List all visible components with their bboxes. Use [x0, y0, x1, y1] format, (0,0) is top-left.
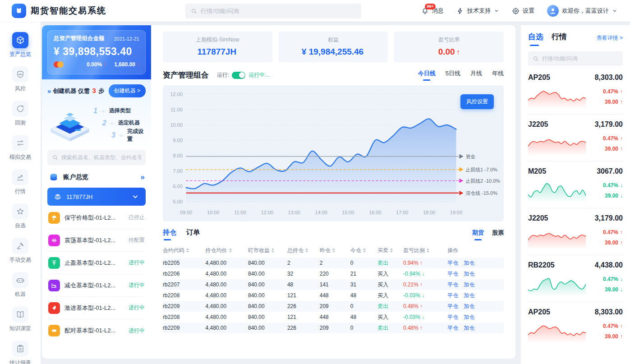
- add-position-link[interactable]: 加仓: [464, 270, 474, 278]
- market-tab[interactable]: 期货: [472, 229, 484, 240]
- robot-list-item[interactable]: 止盈基本型-01-L2... 进行中: [48, 252, 145, 274]
- robot-list-item[interactable]: 保守价格型-01-L2... 已停止: [48, 207, 145, 229]
- stat-value: 0.00↑: [394, 47, 504, 57]
- robot-list-item[interactable]: 震荡基本型-01-L2... 待配置: [48, 229, 145, 252]
- close-position-link[interactable]: 平仓: [447, 313, 458, 321]
- close-position-link[interactable]: 平仓: [447, 259, 458, 267]
- messages-button[interactable]: 99+ 消息: [421, 7, 444, 15]
- step-label: 完成设置: [127, 128, 147, 143]
- column-header[interactable]: 操作: [447, 247, 504, 254]
- robot-list-item[interactable]: 激进基本型-01-L2... 进行中: [48, 297, 145, 319]
- watchlist-item[interactable]: RB2205 4,438.00 0.47%↓ 39.00↓: [528, 255, 623, 302]
- settings-button[interactable]: 设置: [512, 7, 534, 15]
- sidebar-item[interactable]: 行情: [0, 165, 41, 199]
- column-header[interactable]: 盈亏比例: [403, 247, 447, 254]
- account-overview[interactable]: 账户总览 »: [42, 169, 151, 186]
- watchlist-tab[interactable]: 行情: [552, 32, 567, 46]
- risk-settings-button[interactable]: 风控设置: [460, 94, 494, 109]
- svg-text:18:00: 18:00: [423, 210, 435, 215]
- watchlist-search-input[interactable]: [542, 55, 618, 62]
- close-position-link[interactable]: 平仓: [447, 303, 458, 310]
- change-block: 0.47%↓ 39.00↓: [603, 276, 623, 293]
- create-step: 3 ·›· 完成设置: [111, 129, 147, 141]
- robot-list-item[interactable]: 减仓基本型-01-L2... 进行中: [48, 274, 145, 297]
- watchlist-tab[interactable]: 自选: [528, 32, 543, 46]
- robot-status: 进行中: [129, 327, 145, 335]
- column-header[interactable]: 盯市收益: [248, 247, 287, 254]
- robot-search-input[interactable]: [61, 154, 141, 161]
- column-header[interactable]: 总持仓: [287, 247, 320, 254]
- total-position: 121: [287, 292, 320, 299]
- yesterday-position: 209: [320, 303, 350, 309]
- close-position-link[interactable]: 平仓: [447, 324, 458, 332]
- symbol: J2205: [528, 120, 548, 129]
- watchlist-item[interactable]: AP205 8,303.00 0.47%↑ 39.00↑: [528, 302, 623, 349]
- sidebar-item[interactable]: 自选: [0, 199, 41, 234]
- positions-tab[interactable]: 持仓: [163, 228, 176, 240]
- sidebar-item[interactable]: 回测: [0, 97, 41, 131]
- watchlist-item[interactable]: AP205 8,303.00 0.47%↑ 39.00↑: [528, 68, 623, 115]
- run-toggle[interactable]: [232, 72, 245, 79]
- step-label: 选定机器: [118, 119, 140, 127]
- today-position: 0: [350, 325, 377, 331]
- svg-text:9.00: 9.00: [173, 138, 182, 143]
- close-position-link[interactable]: 平仓: [447, 281, 458, 289]
- add-position-link[interactable]: 加仓: [464, 303, 474, 310]
- sidebar-item[interactable]: 机器: [0, 268, 41, 302]
- period-tab[interactable]: 月线: [470, 69, 482, 81]
- add-position-link[interactable]: 加仓: [464, 281, 474, 289]
- trend-arrow-icon: ↑: [620, 135, 623, 142]
- global-search[interactable]: [185, 4, 361, 18]
- column-header[interactable]: 持仓均价: [206, 247, 248, 254]
- column-header[interactable]: 买卖: [377, 247, 403, 254]
- brand[interactable]: 期货智能交易系统: [0, 4, 106, 18]
- pnl-ratio: 0.21%↑: [403, 281, 447, 288]
- sparkline-chart: [528, 319, 586, 343]
- sidebar-icon: [16, 276, 25, 285]
- stat-card: 权益 ¥ 19,984,255.46: [279, 32, 388, 62]
- contract-code: rb2208: [163, 314, 206, 320]
- sidebar-item[interactable]: 模拟交易: [0, 131, 41, 165]
- column-header[interactable]: 今仓: [350, 247, 377, 254]
- user-menu[interactable]: 欢迎你，蓝蓝设计: [547, 5, 617, 17]
- account-select-button[interactable]: 117877JH: [47, 188, 146, 206]
- positions-tab[interactable]: 订单: [186, 228, 200, 240]
- sidebar-item[interactable]: 资产总览: [0, 28, 41, 62]
- robot-type-icon: [48, 212, 60, 224]
- app-root: 期货智能交易系统 99+ 消息 技术支持 设置 欢迎你，蓝蓝设计: [0, 0, 630, 364]
- trend-arrow-icon: ↑: [620, 88, 623, 95]
- sidebar-item[interactable]: 统计报表: [0, 336, 41, 364]
- create-robot-button[interactable]: 创建机器 >: [109, 84, 146, 97]
- sidebar-item[interactable]: 风控: [0, 62, 41, 97]
- close-position-link[interactable]: 平仓: [447, 292, 458, 299]
- add-position-link[interactable]: 加仓: [464, 324, 474, 332]
- sidebar: 资产总览 风控 回测 模拟交易: [0, 22, 41, 364]
- period-tab[interactable]: 今日线: [418, 69, 436, 81]
- robot-type-icon: [48, 302, 60, 314]
- column-header[interactable]: 合约代码: [163, 247, 206, 254]
- sidebar-icon: [16, 344, 25, 353]
- market-tab[interactable]: 股票: [492, 229, 504, 240]
- global-search-input[interactable]: [201, 8, 356, 14]
- sidebar-item[interactable]: 知识课堂: [0, 302, 41, 336]
- watchlist-item[interactable]: J2205 3,179.00 0.47%↑ 39.00↑: [528, 208, 623, 255]
- view-details-link[interactable]: 查看详情 >: [597, 34, 623, 46]
- close-position-link[interactable]: 平仓: [447, 270, 458, 278]
- robot-list-item[interactable]: 配对基本型-01-L2... 进行中: [48, 319, 145, 342]
- column-header[interactable]: 昨仓: [320, 247, 350, 254]
- period-tab[interactable]: 5日线: [446, 69, 460, 81]
- sidebar-item[interactable]: 手动交易: [0, 234, 41, 268]
- watchlist-item[interactable]: M205 3067.00 0.47%↓ 39.00↓: [528, 161, 623, 208]
- total-position: 32: [287, 271, 320, 277]
- position-row: rb2209 4,480.00 840.00 226 209 0 卖出 0.48…: [163, 323, 504, 333]
- support-menu[interactable]: 技术支持: [456, 7, 499, 15]
- watchlist-item[interactable]: J2205 3,179.00 0.47%↑ 39.00↑: [528, 115, 623, 161]
- period-tab[interactable]: 年线: [492, 69, 504, 81]
- add-position-link[interactable]: 加仓: [464, 292, 474, 299]
- robot-status: 进行中: [129, 259, 145, 267]
- add-position-link[interactable]: 加仓: [464, 313, 474, 321]
- add-position-link[interactable]: 加仓: [464, 259, 474, 267]
- robot-search[interactable]: [47, 150, 146, 165]
- watchlist-search[interactable]: [528, 51, 623, 66]
- account-overview-label: 账户总览: [63, 173, 88, 181]
